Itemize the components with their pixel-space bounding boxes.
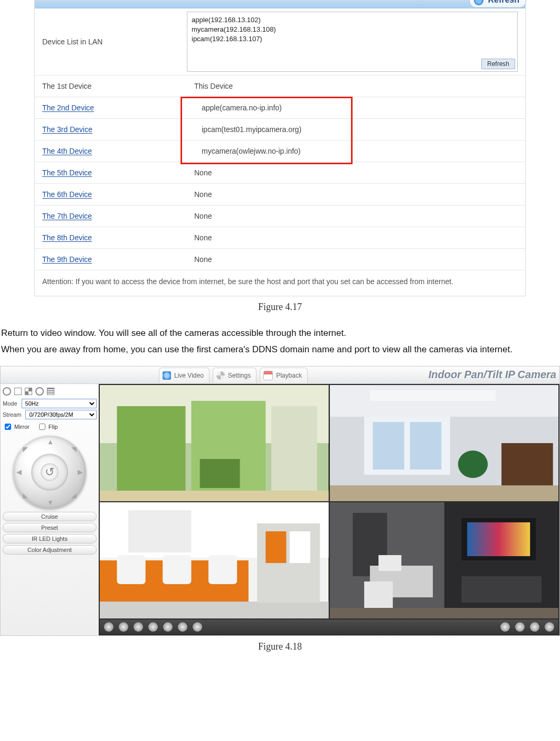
svg-rect-6 <box>100 491 329 501</box>
layout-option-icon[interactable] <box>35 387 44 396</box>
svg-rect-12 <box>410 422 441 470</box>
tab-live-video[interactable]: Live Video <box>159 368 210 383</box>
svg-rect-9 <box>369 390 495 401</box>
svg-rect-2 <box>117 406 186 496</box>
device-label-link[interactable]: The 7th Device <box>35 208 187 224</box>
device-label-link[interactable]: The 4th Device <box>35 143 187 160</box>
layout-4-icon[interactable] <box>25 388 32 395</box>
panel-header-bar: Refresh <box>35 1 525 8</box>
svg-rect-25 <box>265 531 286 563</box>
mirror-checkbox[interactable]: Mirror <box>3 422 30 432</box>
settings-icon[interactable] <box>530 622 539 632</box>
video-cell-3[interactable] <box>100 502 329 618</box>
multiview-icon[interactable] <box>515 622 525 632</box>
layout-9-icon[interactable] <box>47 388 54 395</box>
device-label-link[interactable]: The 5th Device <box>35 164 187 181</box>
body-paragraph: When you are away from home, you can use… <box>1 343 559 357</box>
ptz-up-icon[interactable]: ▲ <box>47 438 54 446</box>
body-paragraph: Return to video window. You will see all… <box>1 326 559 340</box>
device-list-label: Device List in LAN <box>35 8 187 75</box>
preset-button[interactable]: Preset <box>3 523 97 532</box>
device-list-row: Device List in LAN apple(192.168.13.102)… <box>35 8 525 76</box>
device-list-item[interactable]: ipcam(192.168.13.107) <box>192 34 513 44</box>
svg-rect-36 <box>330 608 559 618</box>
device-list-item[interactable]: apple(192.168.13.102) <box>192 15 513 25</box>
mode-select[interactable]: 50Hz <box>22 399 97 408</box>
svg-rect-31 <box>378 555 401 571</box>
fullscreen-icon[interactable] <box>500 622 510 632</box>
top-nav: Live Video Settings Playback Indoor Pan/… <box>1 367 559 384</box>
device-value: None <box>187 164 525 181</box>
device-value: apple(camera.no-ip.info) <box>187 99 525 116</box>
record-icon[interactable] <box>178 622 187 632</box>
device-list-item[interactable]: mycamera(192.168.13.108) <box>192 25 513 34</box>
ir-led-lights-button[interactable]: IR LED Lights <box>3 534 97 543</box>
device-label-link[interactable]: The 3rd Device <box>35 121 187 138</box>
device-value: mycamera(owlejww.no-ip.info) <box>187 143 525 160</box>
layout-record-icon[interactable] <box>3 387 11 396</box>
color-adjustment-button[interactable]: Color Adjustment <box>3 545 97 555</box>
layout-1-icon[interactable] <box>14 388 22 395</box>
live-video-window: Live Video Settings Playback Indoor Pan/… <box>0 366 560 636</box>
cruise-button[interactable]: Cruise <box>3 512 97 521</box>
ptz-left-icon[interactable]: ◀ <box>16 468 22 476</box>
svg-rect-22 <box>208 555 237 584</box>
device-label-link[interactable]: The 8th Device <box>35 229 187 246</box>
layout-picker[interactable] <box>3 387 97 396</box>
stream-label: Stream <box>3 411 21 418</box>
ptz-ne-icon[interactable]: ◥ <box>71 445 77 453</box>
svg-rect-14 <box>501 443 553 485</box>
flip-checkbox[interactable]: Flip <box>37 422 58 432</box>
video-grid <box>99 384 559 635</box>
snapshot-icon[interactable] <box>163 622 173 632</box>
tab-playback[interactable]: Playback <box>260 368 308 383</box>
svg-point-13 <box>458 451 487 478</box>
device-label-link[interactable]: The 2nd Device <box>35 99 187 116</box>
tab-label: Live Video <box>174 372 204 379</box>
svg-rect-32 <box>364 581 393 611</box>
stop-icon[interactable] <box>119 622 128 632</box>
video-cell-4[interactable] <box>330 502 559 618</box>
tab-label: Settings <box>228 372 251 379</box>
close-icon[interactable] <box>545 622 554 632</box>
gear-icon <box>216 371 225 380</box>
device-value: None <box>187 229 525 246</box>
video-cell-2[interactable] <box>330 385 559 501</box>
audio-icon[interactable] <box>134 622 143 632</box>
calendar-icon <box>263 371 273 380</box>
mode-label: Mode <box>3 400 17 407</box>
ptz-se-icon[interactable]: ◢ <box>71 491 77 499</box>
ptz-sw-icon[interactable]: ◣ <box>23 491 28 499</box>
tab-settings[interactable]: Settings <box>213 368 257 383</box>
svg-rect-5 <box>200 459 240 488</box>
play-icon[interactable] <box>104 622 113 632</box>
mic-icon[interactable] <box>148 622 158 632</box>
device-row: The 9th DeviceNone <box>35 249 525 270</box>
device-row: The 4th Devicemycamera(owlejww.no-ip.inf… <box>35 140 525 162</box>
svg-rect-18 <box>128 510 191 552</box>
refresh-button-small[interactable]: Refresh <box>481 59 515 69</box>
device-list-box[interactable]: apple(192.168.13.102) mycamera(192.168.1… <box>187 12 518 72</box>
device-value: None <box>187 251 525 268</box>
svg-rect-11 <box>373 422 404 470</box>
ptz-control[interactable]: ▲ ▼ ◀ ▶ ◥ ◤ ◢ ◣ <box>13 436 86 509</box>
device-label-link[interactable]: The 9th Device <box>35 251 187 268</box>
ptz-down-icon[interactable]: ▼ <box>47 499 54 506</box>
device-value: This Device <box>187 78 525 95</box>
refresh-button-top[interactable]: Refresh <box>469 0 526 8</box>
mirror-label: Mirror <box>14 424 30 430</box>
device-row: The 2nd Deviceapple(camera.no-ip.info) <box>35 97 525 119</box>
svg-rect-15 <box>330 485 559 501</box>
ptz-nw-icon[interactable]: ◤ <box>23 445 28 453</box>
stream-select[interactable]: 0/720P/30fps/2M <box>25 410 97 419</box>
ptz-right-icon[interactable]: ▶ <box>78 468 83 476</box>
svg-rect-23 <box>100 602 329 618</box>
device-label-link[interactable]: The 6th Device <box>35 186 187 203</box>
extra-icon[interactable] <box>193 622 202 632</box>
video-cell-1[interactable] <box>100 385 329 501</box>
svg-rect-35 <box>461 576 542 603</box>
device-label: The 1st Device <box>35 78 187 95</box>
figure-caption-417: Figure 4.17 <box>0 302 560 313</box>
device-row: The 3rd Deviceipcam(test01.myipcamera.or… <box>35 119 525 140</box>
flip-label: Flip <box>49 424 58 430</box>
